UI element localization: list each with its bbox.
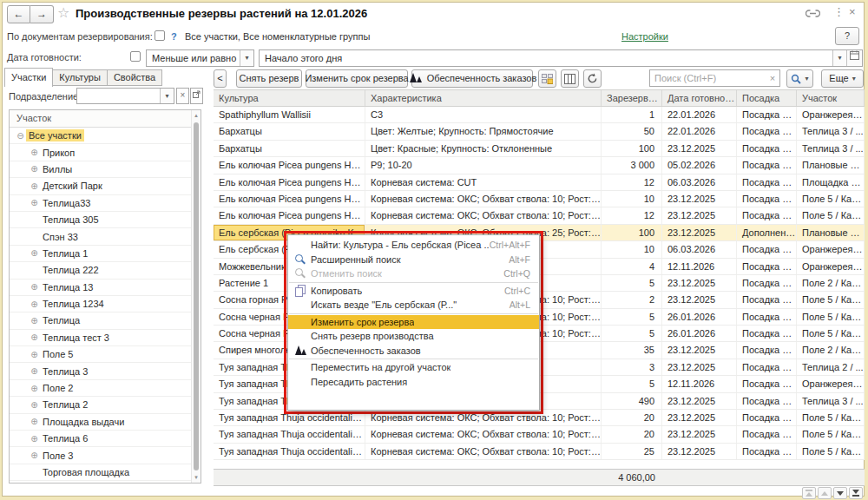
cell-ready-date[interactable]: 23.12.2025 bbox=[662, 225, 737, 240]
cell-reserved[interactable]: 20 bbox=[602, 426, 662, 442]
tree-item[interactable]: ⊕ bbox=[10, 481, 192, 483]
cell-ready-date[interactable]: 23.12.2025 bbox=[662, 292, 737, 307]
cell-culture[interactable]: Туя западная Thuja occidentalis Golde... bbox=[214, 426, 365, 442]
cell-planting[interactable]: Посадка № ... bbox=[737, 123, 797, 139]
table-row[interactable]: Ель колючая Picea pungens HoopsiiКорнева… bbox=[214, 207, 865, 224]
tree-scrollbar[interactable]: ▴ ▾ bbox=[191, 110, 201, 483]
scroll-to-bottom-button[interactable] bbox=[849, 487, 863, 499]
chevron-down-icon[interactable]: ▾ bbox=[240, 50, 253, 66]
date-input[interactable] bbox=[260, 52, 832, 64]
tree-item[interactable]: ⊕Теплица 1234 bbox=[10, 296, 192, 312]
search-options-button[interactable]: ▾ bbox=[786, 69, 813, 88]
cell-planting[interactable]: Посадка № ... bbox=[737, 309, 797, 325]
cell-culture[interactable]: Ель колючая Picea pungens Hoopsii bbox=[214, 174, 365, 190]
tree-item[interactable]: ⊕Теплица 1 bbox=[10, 246, 192, 262]
cell-reserved[interactable]: 3 000 bbox=[602, 157, 662, 173]
scroll-down-icon[interactable]: ▾ bbox=[192, 474, 201, 481]
cell-planting[interactable]: Посадка № ... bbox=[737, 410, 797, 425]
cell-culture[interactable]: Ель колючая Picea pungens Hoopsii bbox=[214, 157, 365, 173]
scroll-up-icon[interactable]: ▴ bbox=[192, 112, 201, 119]
back-button[interactable]: ← bbox=[7, 5, 30, 23]
cell-ready-date[interactable]: 23.12.2025 bbox=[662, 444, 737, 459]
cell-reserved[interactable]: 5 bbox=[602, 326, 662, 341]
cell-planting[interactable]: Дополнение ... bbox=[737, 225, 797, 240]
expand-icon[interactable]: ⊕ bbox=[29, 299, 40, 309]
calendar-button[interactable] bbox=[846, 50, 862, 66]
scrollbar-thumb[interactable] bbox=[194, 122, 199, 470]
cell-characteristic[interactable]: Корневая система: ОКС; Обхват ствола: 10… bbox=[365, 191, 602, 207]
cell-ready-date[interactable]: 12.11.2026 bbox=[662, 376, 737, 391]
more-menu-button[interactable]: ⋮ bbox=[833, 6, 845, 18]
expand-icon[interactable]: ⊕ bbox=[29, 350, 40, 359]
tab-участки[interactable]: Участки bbox=[4, 68, 53, 87]
column-header[interactable]: Дата готовности bbox=[662, 90, 737, 106]
cell-characteristic[interactable]: Цвет: Желтые; Крупность: Прямостоячие bbox=[365, 123, 602, 139]
tab-культуры[interactable]: Культуры bbox=[53, 69, 108, 86]
cell-planting[interactable]: Посадка № ... bbox=[737, 342, 797, 358]
search-clear-icon[interactable]: × bbox=[766, 73, 779, 83]
table-row[interactable]: БархатцыЦвет: Желтые; Крупность: Прямост… bbox=[214, 123, 865, 140]
cell-ready-date[interactable]: 22.01.2026 bbox=[662, 123, 737, 139]
expand-icon[interactable]: ⊕ bbox=[29, 384, 40, 393]
expand-icon[interactable]: ⊕ bbox=[29, 400, 40, 410]
cell-plot[interactable]: Поле 2 / Кар... bbox=[797, 342, 865, 358]
cell-culture[interactable]: Бархатцы bbox=[214, 141, 365, 156]
cell-plot[interactable]: Теплица 3 / ... bbox=[797, 123, 865, 139]
cell-reserved[interactable]: 35 bbox=[602, 342, 662, 358]
cell-ready-date[interactable]: 23.12.2025 bbox=[662, 191, 737, 207]
tree-column-header[interactable]: Участок bbox=[10, 110, 192, 128]
columns-setup-button[interactable] bbox=[561, 69, 579, 88]
table-row[interactable]: Туя западная Thuja occidentalis Golde...… bbox=[214, 444, 865, 460]
tree-item[interactable]: ⊕Теплица bbox=[10, 312, 192, 329]
tree-item[interactable]: ⊕Прикоп bbox=[10, 144, 192, 161]
cell-ready-date[interactable]: 23.12.2025 bbox=[662, 141, 737, 156]
chevron-down-icon[interactable]: ▾ bbox=[832, 50, 846, 66]
chevron-down-icon[interactable]: ▾ bbox=[160, 89, 174, 103]
cell-ready-date[interactable]: 05.02.2026 bbox=[662, 157, 737, 173]
collapse-left-panel-button[interactable]: < bbox=[214, 69, 227, 88]
column-header[interactable]: Культура bbox=[214, 90, 365, 106]
cell-ready-date[interactable]: 23.12.2025 bbox=[662, 410, 737, 425]
cell-plot[interactable]: Поле 5 / Кар... bbox=[797, 191, 865, 207]
tree-item[interactable]: ⊕Поле 3 bbox=[10, 447, 192, 464]
tree-item[interactable]: Торговая площадка bbox=[10, 464, 192, 481]
cell-plot[interactable]: Поле 5 / Кар... bbox=[797, 326, 865, 341]
expand-icon[interactable]: ⊕ bbox=[29, 282, 40, 292]
tree-item[interactable]: ⊕Теплица тест 3 bbox=[10, 330, 192, 346]
tree-item[interactable]: Теплица 305 bbox=[10, 212, 192, 228]
table-row[interactable]: Ель колючая Picea pungens HoopsiiКорнева… bbox=[214, 191, 865, 207]
expand-icon[interactable]: ⊕ bbox=[29, 332, 40, 342]
cell-characteristic[interactable]: Корневая система: ОКС; Обхват ствола: 10… bbox=[365, 444, 602, 459]
cell-reserved[interactable]: 25 bbox=[602, 444, 662, 459]
tree-item[interactable]: ⊕Теплица 3 bbox=[10, 363, 192, 379]
scroll-up-button[interactable] bbox=[818, 487, 832, 499]
cell-plot[interactable]: Поле 2 / Кар... bbox=[797, 275, 865, 291]
tree-item[interactable]: Теплица 222 bbox=[10, 262, 192, 279]
tree-item[interactable]: ⊕Теплица 2 bbox=[10, 397, 192, 413]
tab-свойства[interactable]: Свойства bbox=[108, 69, 162, 86]
cell-ready-date[interactable]: 22.01.2026 bbox=[662, 107, 737, 122]
cell-culture[interactable]: Ель колючая Picea pungens Hoopsii bbox=[214, 191, 365, 207]
cell-planting[interactable]: Посадка № ... bbox=[737, 191, 797, 207]
cell-culture[interactable]: Spathiphyllum Wallisii bbox=[214, 107, 365, 122]
collapse-icon[interactable]: ⊖ bbox=[15, 131, 26, 141]
column-header[interactable]: Участок bbox=[797, 90, 865, 106]
expand-icon[interactable]: ⊕ bbox=[29, 164, 40, 174]
get-link-button[interactable] bbox=[806, 9, 820, 21]
cell-characteristic[interactable]: Корневая система: ОКС; Обхват ствола: 10… bbox=[365, 207, 602, 223]
cell-planting[interactable]: Посадка № ... bbox=[737, 259, 797, 274]
cell-planting[interactable]: Посадка № ... bbox=[737, 141, 797, 156]
tree-item[interactable]: Спэн 33 bbox=[10, 228, 192, 245]
cell-plot[interactable]: Оранжерея /... bbox=[797, 241, 865, 257]
table-row[interactable]: Туя западная Thuja occidentalis Golde...… bbox=[214, 426, 865, 443]
cell-planting[interactable]: Посадка № ... bbox=[737, 359, 797, 375]
cell-planting[interactable]: Посадка № ... bbox=[737, 174, 797, 190]
cell-plot[interactable]: Оранжерея /... bbox=[797, 376, 865, 391]
cell-reserved[interactable]: 490 bbox=[602, 393, 662, 409]
tree-item[interactable]: ⊕Теплица 13 bbox=[10, 280, 192, 296]
scroll-to-top-button[interactable] bbox=[802, 487, 816, 499]
expand-icon[interactable]: ⊕ bbox=[29, 366, 40, 376]
table-row[interactable]: БархатцыЦвет: Красные; Крупность: Отклон… bbox=[214, 141, 865, 157]
cell-ready-date[interactable]: 26.01.2026 bbox=[662, 326, 737, 341]
ready-date-checkbox[interactable] bbox=[130, 51, 141, 62]
